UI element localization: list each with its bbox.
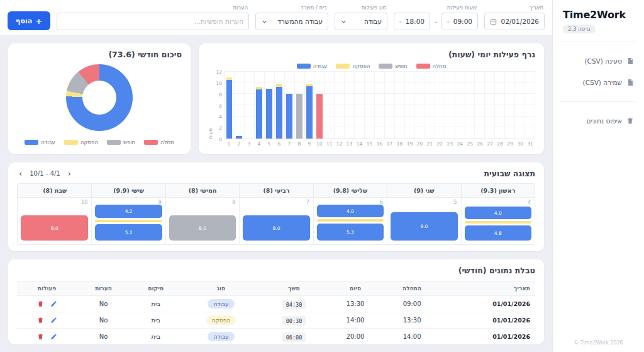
add-entry-button[interactable]: + הוסף	[8, 11, 50, 30]
x-tick-label: 16	[375, 139, 385, 148]
legend-label: חופש	[123, 139, 135, 145]
end-time-input[interactable]: 18:00	[394, 13, 430, 30]
entry-form: תאריך 02/01/2026 שעות פעילות 09:00 - 18:…	[0, 0, 552, 36]
table-body: 01/01/202609:0013:3004:30עבודהביתNo01/01…	[17, 296, 535, 345]
sidebar-item-file-export[interactable]: שמירה (CSV)	[563, 72, 634, 93]
notes-label: הערות	[233, 4, 249, 11]
bar-segment-work	[286, 94, 292, 139]
type-badge: הפסקה	[206, 315, 236, 325]
x-tick-label: 1	[224, 139, 234, 148]
duration-badge: 06:00	[282, 332, 306, 342]
legend-swatch	[25, 140, 38, 145]
next-week-button[interactable]: ›	[66, 169, 73, 178]
week-bar-break[interactable]	[95, 220, 162, 222]
donut-zone	[17, 59, 182, 135]
cell-notes: No	[77, 312, 130, 329]
day-number: 5	[453, 200, 457, 205]
bar-day-12	[335, 72, 345, 139]
bar-segment-work	[256, 89, 262, 139]
week-bar-break[interactable]	[465, 221, 531, 224]
data-table-card: טבלת נתונים (חודשי) תאריךהתחלהסיוםמשךסוג…	[8, 259, 544, 344]
legend-label: מחלה	[160, 139, 174, 145]
bar-day-7	[285, 72, 295, 139]
daily-chart-legend: עבודההפסקהחופשמחלה	[208, 63, 535, 69]
bar-day-27	[485, 72, 495, 139]
week-grid: ראשון (9.3)שני (9)שלישי (9.8)רביעי (8)חמ…	[17, 183, 535, 245]
delete-row-button[interactable]	[37, 333, 44, 340]
week-day-header: ראשון (9.3)	[461, 184, 535, 198]
location-field-group: בית / משרד עבודה מהמשרד	[255, 4, 328, 30]
notes-input[interactable]	[62, 18, 243, 25]
bar-day-10	[314, 72, 325, 139]
legend-swatch	[64, 140, 78, 145]
bar-day-24	[455, 72, 465, 139]
location-value: עבודה מהמשרד	[277, 18, 323, 25]
legend-label: עבודה	[313, 63, 328, 69]
delete-row-button[interactable]	[37, 300, 44, 307]
divider	[560, 101, 636, 102]
x-tick-label: 15	[365, 139, 375, 148]
cell-start: 13:30	[383, 312, 440, 329]
week-bar-work[interactable]: 8.0	[243, 215, 309, 241]
delete-row-button[interactable]	[37, 317, 44, 324]
week-bar-work[interactable]: 5.3	[317, 224, 384, 241]
cell-date: 01/01/2026	[441, 312, 535, 329]
week-bar-work[interactable]: 5.2	[95, 224, 162, 241]
cell-duration: 06:00	[260, 329, 327, 345]
start-time-input[interactable]: 09:00	[441, 13, 478, 30]
bar-segment-work	[226, 80, 233, 139]
edit-row-button[interactable]	[50, 300, 57, 307]
week-bar-work[interactable]: 4.0	[465, 207, 531, 219]
location-label: בית / משרד	[301, 4, 328, 11]
previous-week-button[interactable]: ‹	[17, 169, 24, 178]
date-field-group: תאריך 02/01/2026	[484, 4, 545, 30]
end-time-value: 18:00	[406, 18, 425, 25]
week-day-cell: 44.04.8	[461, 198, 535, 244]
edit-row-button[interactable]	[50, 317, 57, 324]
week-day-header: רביעי (8)	[239, 184, 313, 198]
legend-item: עבודה	[297, 63, 328, 69]
legend-item: הפסקה	[336, 63, 370, 69]
x-tick-label: 13	[345, 139, 355, 148]
week-bar-sick[interactable]: 8.0	[21, 215, 88, 241]
cell-actions	[17, 296, 77, 312]
week-bar-vacation[interactable]: 8.0	[169, 215, 236, 241]
week-bar-break[interactable]	[317, 219, 384, 222]
cell-location: בית	[130, 296, 182, 312]
legend-label: מחלה	[433, 63, 447, 69]
x-tick-label: 9	[304, 139, 314, 148]
start-time-value: 09:00	[453, 18, 472, 25]
activity-type-select[interactable]: עבודה	[335, 13, 387, 30]
edit-row-button[interactable]	[50, 333, 57, 340]
week-bar-work[interactable]: 9.0	[391, 212, 457, 241]
sidebar-item-file-import[interactable]: טעינה (CSV)	[563, 50, 634, 72]
bar-day-9	[305, 72, 315, 139]
week-day-cell: 59.0	[387, 198, 460, 244]
day-number: 10	[81, 200, 87, 205]
legend-label: חופש	[395, 63, 407, 69]
y-tick-label: 10	[216, 80, 222, 86]
table-column-header: התחלה	[383, 281, 440, 296]
daily-bars	[224, 72, 535, 139]
week-day-cell: 78.0	[239, 198, 313, 244]
table-row: 01/01/202613:3014:0000:30הפסקהביתNo	[17, 312, 535, 329]
legend-swatch	[379, 64, 392, 69]
activity-type-value: עבודה	[364, 18, 382, 25]
file-export-icon	[626, 79, 634, 86]
legend-item: מחלה	[144, 139, 174, 145]
week-bar-work[interactable]: 4.8	[465, 225, 531, 241]
bar-day-11	[325, 72, 335, 139]
week-bar-work[interactable]: 4.2	[95, 205, 162, 218]
sidebar-nav: טעינה (CSV)שמירה (CSV)איפוס נתונים	[563, 50, 634, 132]
date-input[interactable]: 02/01/2026	[484, 13, 545, 30]
time-separator: -	[434, 18, 438, 26]
legend-item: עבודה	[25, 139, 55, 145]
week-day-header: שבת (8)	[18, 184, 91, 198]
sidebar-item-trash[interactable]: איפוס נתונים	[563, 110, 634, 132]
week-bar-work[interactable]: 4.0	[317, 205, 384, 217]
legend-swatch	[144, 140, 158, 145]
location-select[interactable]: עבודה מהמשרד	[255, 13, 328, 30]
legend-swatch	[336, 64, 350, 69]
row-actions	[22, 317, 72, 324]
cell-notes: No	[77, 329, 130, 345]
